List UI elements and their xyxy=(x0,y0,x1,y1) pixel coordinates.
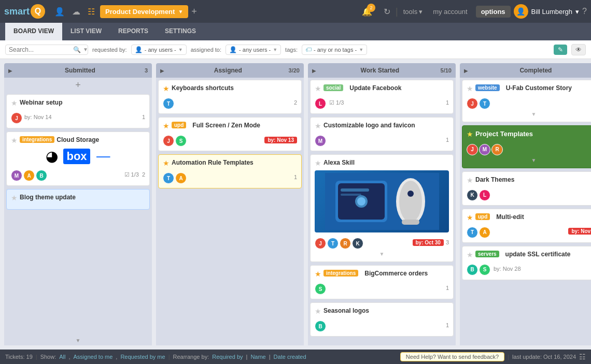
card-seasonal-logos[interactable]: ★ Seasonal logos B 1 xyxy=(310,302,454,337)
tab-board-view[interactable]: BOARD VIEW xyxy=(5,23,62,40)
rearrange-name-link[interactable]: Name xyxy=(250,354,265,360)
tab-list-view[interactable]: LIST VIEW xyxy=(62,23,110,40)
column-collapse-submitted[interactable]: ▶ xyxy=(8,68,12,74)
show-all-link[interactable]: All xyxy=(59,354,65,360)
card-project-templates[interactable]: ★ Project Templates J M R 4 ▼ xyxy=(462,125,591,168)
dropdown-indicator[interactable]: ▼ xyxy=(531,157,537,163)
avatar: A xyxy=(23,170,35,181)
card-ssl-cert[interactable]: ★ servers update SSL certificate B S by:… xyxy=(462,246,591,280)
comment-count: 1 xyxy=(142,114,145,120)
card-ufab[interactable]: ★ website U-Fab Customer Story J T 2 ▼ xyxy=(462,80,591,122)
star-icon[interactable]: ★ xyxy=(163,122,170,130)
tab-settings[interactable]: SETTINGS xyxy=(157,23,204,40)
assigned-to-select[interactable]: 👤 - any users - ▼ xyxy=(226,45,281,55)
star-icon[interactable]: ★ xyxy=(315,122,321,130)
star-icon[interactable]: ★ xyxy=(163,84,170,93)
tag-integrations: integrations xyxy=(323,270,358,276)
cloud-icon[interactable]: ☁ xyxy=(70,5,82,19)
export-icon[interactable]: ☷ xyxy=(579,353,586,361)
options-button[interactable]: options xyxy=(476,6,511,18)
card-cloud-storage[interactable]: ★ integrations Cloud Storage ◕ box ⸻ M A… xyxy=(6,132,150,186)
due-date: by: Nov 13 xyxy=(568,228,591,235)
star-icon[interactable]: ★ xyxy=(315,307,321,315)
avatar: L xyxy=(479,190,490,201)
tools-menu[interactable]: tools ▾ xyxy=(403,8,423,16)
board: ▶ Submitted 3 + ★ Webinar setup J by: No… xyxy=(0,59,591,350)
card-customizable-logo[interactable]: ★ Customizable logo and favicon M 1 xyxy=(310,117,454,151)
card-fullscreen[interactable]: ★ upd Full Screen / Zen Mode J S by: Nov… xyxy=(158,117,302,151)
star-icon[interactable]: ★ xyxy=(467,213,473,222)
avatar: J xyxy=(11,112,22,124)
toggle-view-button[interactable]: 👁 xyxy=(571,44,586,55)
logo[interactable]: smart Q xyxy=(4,4,45,19)
alexa-image xyxy=(315,170,449,232)
comment-count: 1 xyxy=(446,137,449,143)
column-collapse-assigned[interactable]: ▶ xyxy=(160,68,164,74)
card-title: Blog theme update xyxy=(20,194,145,202)
tab-reports[interactable]: REPORTS xyxy=(110,23,157,40)
my-account-link[interactable]: my account xyxy=(433,8,467,16)
notifications-bell[interactable]: 🔔 2 xyxy=(362,7,372,17)
star-icon[interactable]: ★ xyxy=(467,84,473,93)
search-input[interactable] xyxy=(9,46,71,53)
tags-select[interactable]: 🏷 - any or no tags - ▼ xyxy=(302,45,367,55)
card-scroll-indicator: ▼ xyxy=(315,250,449,257)
card-title: Keyboards shortcuts xyxy=(172,84,297,93)
project-selector[interactable]: Product Development ▼ xyxy=(100,5,188,18)
search-box[interactable]: 🔍 ▼ xyxy=(5,45,88,55)
star-icon[interactable]: ★ xyxy=(315,270,321,278)
rearrange-label: Rearrange by: xyxy=(173,354,209,360)
help-feedback-button[interactable]: Need Help? Want to send feedback? xyxy=(400,352,504,361)
card-title: Automation Rule Templates xyxy=(172,159,297,167)
star-icon[interactable]: ★ xyxy=(467,176,473,184)
card-webinar[interactable]: ★ Webinar setup J by: Nov 14 1 xyxy=(6,94,150,128)
dropdown-indicator[interactable]: ▼ xyxy=(531,111,537,117)
avatar: T xyxy=(467,227,478,238)
search-dropdown-arrow[interactable]: ▼ xyxy=(83,47,88,52)
card-automation[interactable]: ★ Automation Rule Templates T A 1 xyxy=(158,154,302,188)
column-collapse-workstarted[interactable]: ▶ xyxy=(312,68,316,74)
column-title-submitted: Submitted xyxy=(16,67,145,74)
column-collapse-completed[interactable]: ▶ xyxy=(464,68,468,74)
show-assigned-link[interactable]: Assigned to me xyxy=(74,354,113,360)
card-alexa-skill[interactable]: ★ Alexa Skill xyxy=(310,154,454,262)
requested-by-select[interactable]: 👤 - any users - ▼ xyxy=(131,45,187,55)
avatar: J xyxy=(315,238,326,249)
column-scroll-indicator[interactable]: ▼ xyxy=(4,335,152,345)
star-icon[interactable]: ★ xyxy=(11,136,18,144)
star-icon[interactable]: ★ xyxy=(467,251,473,259)
card-blog-theme[interactable]: ★ Blog theme update xyxy=(6,189,150,210)
show-requested-link[interactable]: Requested by me xyxy=(120,354,165,360)
user-menu[interactable]: 👤 Bill Lumbergh ▾ xyxy=(514,4,580,19)
add-card-submitted[interactable]: + xyxy=(4,78,152,92)
star-icon[interactable]: ★ xyxy=(315,159,321,167)
card-dark-themes[interactable]: ★ Dark Themes K L xyxy=(462,171,591,206)
tag-integrations: integrations xyxy=(20,136,54,143)
refresh-button[interactable]: ↻ xyxy=(384,7,390,17)
star-icon[interactable]: ★ xyxy=(163,159,170,167)
tags-value: - any or no tags - xyxy=(314,47,357,53)
card-multi-edit[interactable]: ★ upd Multi-edit T A by: Nov 13 xyxy=(462,209,591,243)
rearrange-required-link[interactable]: Required by xyxy=(212,354,243,360)
card-keyboards[interactable]: ★ Keyboards shortcuts T 2 xyxy=(158,80,302,114)
star-icon[interactable]: ★ xyxy=(11,99,18,107)
avatar: J xyxy=(467,98,478,109)
star-icon[interactable]: ★ xyxy=(11,194,18,202)
separator: | xyxy=(396,6,398,17)
due-date: by: Nov 13 xyxy=(264,137,297,143)
avatar: A xyxy=(175,172,187,184)
edit-filter-button[interactable]: ✎ xyxy=(554,45,567,55)
star-icon[interactable]: ★ xyxy=(467,130,473,138)
card-update-facebook[interactable]: ★ social Update Facebook L ☑ 1/3 1 xyxy=(310,80,454,114)
avatar: K xyxy=(467,190,478,201)
column-body-completed: ★ website U-Fab Customer Story J T 2 ▼ xyxy=(460,78,591,345)
grid-icon[interactable]: ☷ xyxy=(86,5,97,19)
user-icon[interactable]: 👤 xyxy=(52,5,67,19)
card-bigcommerce[interactable]: ★ integrations BigCommerce orders S 1 xyxy=(310,265,454,299)
add-project-button[interactable]: + xyxy=(191,6,197,17)
comment-count: 1 xyxy=(446,322,449,328)
rearrange-date-link[interactable]: Date created xyxy=(274,354,306,360)
box-icon: box xyxy=(63,149,90,164)
star-icon[interactable]: ★ xyxy=(315,84,321,93)
help-button[interactable]: ? xyxy=(582,7,587,16)
